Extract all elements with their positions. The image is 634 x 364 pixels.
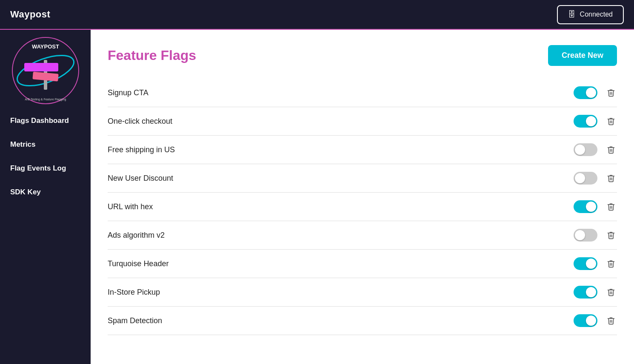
sidebar-item-flags-dashboard[interactable]: Flags Dashboard [0,109,91,133]
delete-flag-button[interactable] [605,87,617,99]
flag-row: In-Store Pickup [108,278,617,307]
svg-text:WAYPOST: WAYPOST [32,43,59,50]
flag-name: New User Discount [108,174,173,183]
flag-list: Signup CTAOne-click checkoutFree shippin… [108,79,617,335]
flag-toggle[interactable] [574,286,597,299]
flag-name: URL with hex [108,202,153,211]
page-title: Feature Flags [108,48,196,63]
flag-name: One-click checkout [108,117,172,126]
delete-flag-button[interactable] [605,286,617,298]
topbar: Waypost 🗄 Connected [0,0,634,30]
flag-row: One-click checkout [108,107,617,136]
svg-text:A/B Testing & Feature Flagging: A/B Testing & Feature Flagging [25,98,66,101]
app-title: Waypost [10,9,50,20]
flag-actions [574,200,617,213]
flag-toggle[interactable] [574,143,597,156]
flag-name: Turquoise Header [108,259,168,268]
delete-flag-button[interactable] [605,229,617,241]
sidebar-item-metrics[interactable]: Metrics [0,133,91,156]
main-header: Feature Flags Create New [108,45,617,66]
flag-name: Free shipping in US [108,145,175,154]
main-content: Feature Flags Create New Signup CTAOne-c… [91,30,634,364]
flag-row: Signup CTA [108,79,617,107]
sidebar-item-sdk-key[interactable]: SDK Key [0,180,91,204]
flag-name: Signup CTA [108,88,149,97]
app-layout: WAYPOST A/B Testing & Feature Flagging F… [0,30,634,364]
flag-toggle[interactable] [574,86,597,99]
flag-row: Turquoise Header [108,250,617,278]
sidebar-item-flag-events-log[interactable]: Flag Events Log [0,156,91,180]
sidebar: WAYPOST A/B Testing & Feature Flagging F… [0,30,91,364]
flag-row: Free shipping in US [108,136,617,164]
delete-flag-button[interactable] [605,115,617,127]
flag-name: Ads algorithm v2 [108,231,165,240]
flag-actions [574,286,617,299]
flag-row: Spam Detection [108,307,617,335]
flag-toggle[interactable] [574,314,597,327]
sidebar-nav: Flags Dashboard Metrics Flag Events Log … [0,109,91,204]
flag-row: URL with hex [108,193,617,221]
flag-actions [574,172,617,185]
flag-name: In-Store Pickup [108,288,160,297]
connected-button[interactable]: 🗄 Connected [557,5,624,24]
flag-toggle[interactable] [574,229,597,242]
connected-label: Connected [580,11,613,18]
sidebar-logo: WAYPOST A/B Testing & Feature Flagging [11,37,80,105]
flag-actions [574,257,617,270]
flag-row: New User Discount [108,164,617,193]
flag-toggle[interactable] [574,200,597,213]
flag-toggle[interactable] [574,257,597,270]
delete-flag-button[interactable] [605,201,617,213]
delete-flag-button[interactable] [605,172,617,184]
flag-actions [574,143,617,156]
svg-rect-3 [24,63,58,71]
database-icon: 🗄 [568,10,576,19]
flag-actions [574,229,617,242]
delete-flag-button[interactable] [605,258,617,270]
flag-actions [574,115,617,128]
create-new-button[interactable]: Create New [548,45,617,66]
flag-name: Spam Detection [108,316,162,325]
flag-toggle[interactable] [574,172,597,185]
delete-flag-button[interactable] [605,315,617,327]
flag-actions [574,314,617,327]
delete-flag-button[interactable] [605,144,617,156]
flag-row: Ads algorithm v2 [108,221,617,250]
flag-toggle[interactable] [574,115,597,128]
flag-actions [574,86,617,99]
